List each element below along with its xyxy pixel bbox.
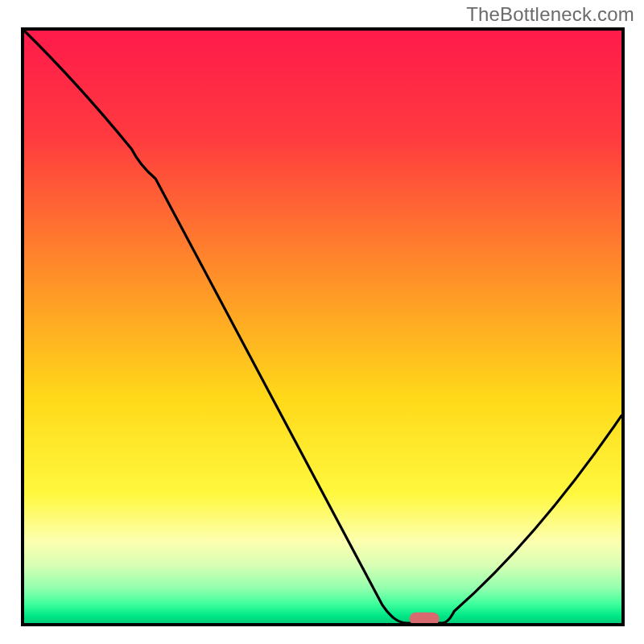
watermark-text: TheBottleneck.com bbox=[466, 3, 634, 26]
bottleneck-chart bbox=[0, 0, 644, 644]
chart-container: TheBottleneck.com bbox=[0, 0, 644, 644]
plot-background bbox=[23, 29, 623, 625]
